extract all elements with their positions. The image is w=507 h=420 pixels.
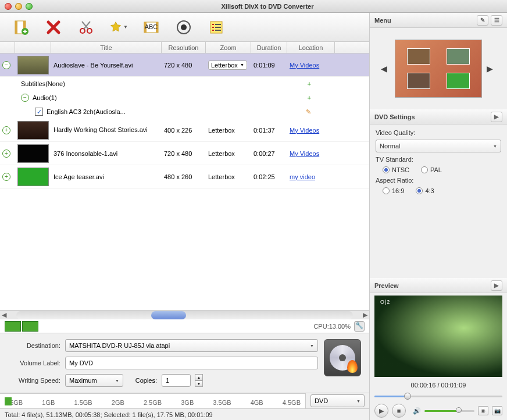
dvd-settings-panel: Video Quality: Normal TV Standard: NTSC … <box>370 124 507 199</box>
edit-menu-button[interactable]: ✎ <box>477 15 488 26</box>
location-link[interactable]: My Videos <box>290 62 319 69</box>
seek-slider[interactable] <box>374 392 502 400</box>
file-row[interactable]: Audioslave - Be Yourself.avi 720 x 480 L… <box>0 54 369 77</box>
snapshot-button[interactable]: ◉ <box>478 406 488 415</box>
pal-radio[interactable]: PAL <box>421 166 442 173</box>
stop-button[interactable]: ■ <box>392 404 406 418</box>
cpu-row: CPU:13.00% 🔧 <box>0 319 369 333</box>
destination-select[interactable]: MATSHITA DVD-R UJ-85J via atapi <box>65 339 318 352</box>
svg-rect-15 <box>212 27 214 28</box>
burn-button[interactable] <box>324 339 361 376</box>
copies-spinner[interactable]: ▲▼ <box>195 374 203 387</box>
location-link[interactable]: My Videos <box>290 150 319 157</box>
remove-button[interactable] <box>44 18 63 37</box>
minimize-window-button[interactable] <box>15 3 22 10</box>
aspect-ratio-label: Aspect Ratio: <box>376 177 501 184</box>
edit-icon[interactable]: ✎ <box>306 108 311 116</box>
file-title: 376 Inconsolable-1.avi <box>51 149 162 158</box>
next-template-button[interactable]: ▶ <box>487 64 496 73</box>
collapse-icon[interactable] <box>21 94 29 102</box>
svg-rect-14 <box>215 24 221 25</box>
svg-rect-18 <box>215 30 221 31</box>
preview-expand-button[interactable]: ▶ <box>491 280 502 291</box>
ntsc-radio[interactable]: NTSC <box>383 166 409 173</box>
column-zoom[interactable]: Zoom <box>206 42 251 53</box>
file-resolution: 480 x 260 <box>162 172 206 181</box>
disc-icon <box>330 345 355 371</box>
audio-track-row[interactable]: ✓ English AC3 2ch(Audiosla... ✎ <box>0 105 369 119</box>
file-thumbnail <box>17 121 49 140</box>
svg-point-11 <box>181 24 187 30</box>
volume-slider[interactable] <box>424 407 474 414</box>
menu-template-thumbnail[interactable] <box>395 40 482 98</box>
play-button[interactable]: ▶ <box>374 404 388 418</box>
horizontal-scrollbar[interactable]: ◀ ▶ <box>0 310 369 319</box>
file-resolution: 720 x 480 <box>162 149 206 158</box>
file-row[interactable]: 376 Inconsolable-1.avi 720 x 480 Letterb… <box>0 142 369 165</box>
menu-list-button[interactable]: ☰ <box>491 15 502 26</box>
expand-icon[interactable] <box>2 150 10 158</box>
video-quality-select[interactable]: Normal <box>376 140 501 152</box>
aspect-169-radio[interactable]: 16:9 <box>383 187 404 194</box>
add-file-button[interactable] <box>12 18 30 37</box>
effects-button[interactable]: ▼ <box>109 18 128 37</box>
zoom-select[interactable]: Letterbox <box>208 60 247 70</box>
collapse-icon[interactable] <box>2 61 10 69</box>
add-subtitle-icon[interactable]: + <box>308 80 311 87</box>
window-title: Xilisoft DivX to DVD Converter <box>33 3 502 10</box>
close-window-button[interactable] <box>5 3 12 10</box>
cut-button[interactable] <box>77 18 95 37</box>
file-duration: 0:01:37 <box>251 126 287 135</box>
preview-video[interactable] <box>374 296 502 377</box>
zoom-window-button[interactable] <box>26 3 33 10</box>
subtitles-button[interactable]: ABC <box>142 18 160 37</box>
file-thumbnail <box>17 144 49 163</box>
column-location[interactable]: Location <box>287 42 335 53</box>
location-link[interactable]: my video <box>290 173 315 180</box>
list-button[interactable] <box>207 18 226 37</box>
settings-icon[interactable]: 🔧 <box>354 321 365 332</box>
camera-button[interactable]: 📷 <box>492 406 502 415</box>
dvd-settings-header: DVD Settings ▶ <box>370 109 507 124</box>
record-button[interactable] <box>174 18 193 37</box>
expand-icon[interactable] <box>2 126 10 134</box>
titlebar: Xilisoft DivX to DVD Converter <box>0 0 507 13</box>
expand-icon[interactable] <box>2 173 10 181</box>
file-duration: 0:01:09 <box>251 60 287 70</box>
file-zoom: Letterbox <box>206 172 251 181</box>
volume-icon[interactable]: 🔊 <box>413 407 421 415</box>
volume-label-input[interactable] <box>65 357 318 369</box>
column-resolution[interactable]: Resolution <box>162 42 206 53</box>
column-duration[interactable]: Duration <box>251 42 287 53</box>
volume-label: Volume Label: <box>8 360 60 366</box>
file-row[interactable]: Hardly Working Ghost Stories.avi 400 x 2… <box>0 119 369 142</box>
copies-input[interactable] <box>162 374 191 387</box>
capacity-tick: 2.5GB <box>144 399 162 406</box>
toolbar: ▼ ABC <box>0 13 369 42</box>
audio-checkbox[interactable]: ✓ <box>35 108 43 116</box>
svg-text:ABC: ABC <box>145 23 158 30</box>
svg-rect-17 <box>212 30 214 31</box>
destination-label: Destination: <box>8 342 60 349</box>
video-quality-label: Video Quality: <box>376 129 501 136</box>
flame-icon <box>347 360 358 373</box>
dvd-settings-expand-button[interactable]: ▶ <box>491 112 502 122</box>
add-audio-icon[interactable]: + <box>308 94 311 101</box>
capacity-tick: 2GB <box>112 399 124 406</box>
location-link[interactable]: My Videos <box>290 127 319 134</box>
column-title[interactable]: Title <box>51 42 162 53</box>
subtitles-row[interactable]: Subtitles(None) + <box>0 77 369 91</box>
file-thumbnail <box>17 168 49 186</box>
svg-rect-1 <box>15 21 17 34</box>
file-duration: 0:00:27 <box>251 149 287 158</box>
file-zoom: Letterbox <box>206 126 251 135</box>
output-settings: Destination: MATSHITA DVD-R UJ-85J via a… <box>0 333 369 393</box>
aspect-43-radio[interactable]: 4:3 <box>416 187 434 194</box>
file-row[interactable]: Ice Age teaser.avi 480 x 260 Letterbox 0… <box>0 165 369 188</box>
format-select[interactable]: DVD <box>310 394 365 407</box>
file-title: Audioslave - Be Yourself.avi <box>51 60 162 70</box>
speed-select[interactable]: Maximum <box>65 374 123 387</box>
capacity-tick: 1GB <box>42 399 55 406</box>
prev-template-button[interactable]: ◀ <box>381 64 390 73</box>
audio-row[interactable]: Audio(1) + <box>0 91 369 105</box>
